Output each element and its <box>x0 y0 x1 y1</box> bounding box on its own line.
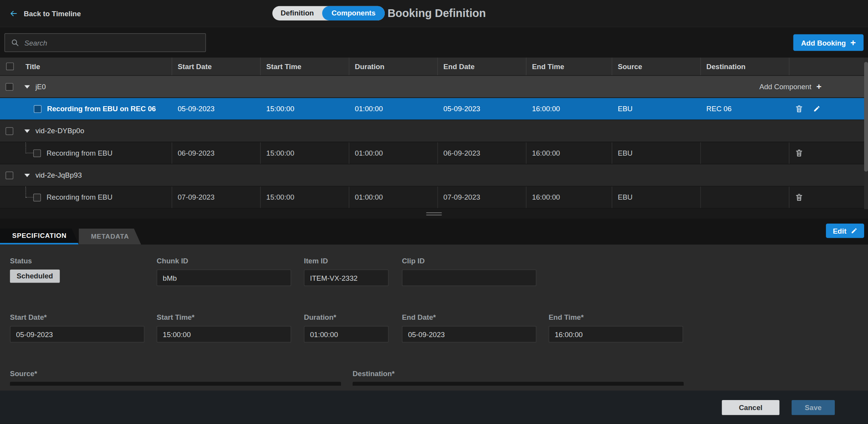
detail-tabs: SPECIFICATION METADATA <box>0 229 141 245</box>
row-checkbox[interactable] <box>33 193 41 201</box>
top-bar: Back to Timeline Definition Components B… <box>0 0 868 27</box>
destination-field[interactable] <box>353 382 684 386</box>
source-label: Source* <box>10 370 37 378</box>
edit-button[interactable]: Edit <box>826 224 864 238</box>
tab-metadata[interactable]: METADATA <box>79 229 141 245</box>
duration-label: Duration* <box>304 313 336 321</box>
cell-destination <box>700 142 789 164</box>
status-label: Status <box>10 257 32 265</box>
add-booking-button[interactable]: Add Booking + <box>793 34 864 51</box>
collapse-caret-icon[interactable] <box>24 173 30 177</box>
end-time-label: End Time* <box>549 313 584 321</box>
start-date-field[interactable] <box>10 326 144 343</box>
table-header: Title Start Date Start Time Duration End… <box>0 58 868 76</box>
add-booking-label: Add Booking <box>801 39 846 47</box>
cell-start-time: 15:00:00 <box>260 98 349 120</box>
cell-end-date: 06-09-2023 <box>437 142 526 164</box>
row-checkbox[interactable] <box>34 105 41 113</box>
back-to-timeline-button[interactable]: Back to Timeline <box>9 0 81 27</box>
cell-end-date: 07-09-2023 <box>437 187 526 208</box>
tab-specification[interactable]: SPECIFICATION <box>0 229 79 245</box>
delete-icon[interactable] <box>795 149 803 157</box>
group-row[interactable]: vid-2e-DYBp0o <box>0 120 868 142</box>
col-title[interactable]: Title <box>20 58 172 75</box>
cell-duration: 01:00:00 <box>349 98 437 120</box>
end-date-field[interactable] <box>402 326 536 343</box>
add-component-button[interactable]: Add Component + <box>759 82 822 91</box>
delete-icon[interactable] <box>795 193 803 201</box>
collapse-caret-icon[interactable] <box>24 85 30 88</box>
col-start-time[interactable]: Start Time <box>260 58 349 75</box>
delete-icon[interactable] <box>795 105 803 113</box>
tree-connector <box>25 187 33 198</box>
group-row[interactable]: vid-2e-JqBp93 <box>0 165 868 187</box>
search-input[interactable] <box>24 39 200 47</box>
search-icon <box>10 38 19 47</box>
cell-source: EBU <box>612 98 700 120</box>
cell-duration: 01:00:00 <box>349 142 437 164</box>
toggle-definition[interactable]: Definition <box>272 6 322 20</box>
end-time-field[interactable] <box>549 326 683 343</box>
col-destination[interactable]: Destination <box>700 58 789 75</box>
detail-panel-tabbar: SPECIFICATION METADATA Edit <box>0 219 868 244</box>
plus-icon: + <box>850 38 856 47</box>
back-label: Back to Timeline <box>24 9 81 17</box>
save-button[interactable]: Save <box>792 400 835 415</box>
group-checkbox[interactable] <box>5 83 13 90</box>
duration-field[interactable] <box>304 326 389 343</box>
col-start-date[interactable]: Start Date <box>172 58 260 75</box>
col-end-date[interactable]: End Date <box>437 58 526 75</box>
group-row[interactable]: jE0 Add Component + <box>0 76 868 98</box>
col-source[interactable]: Source <box>612 58 700 75</box>
destination-label: Destination* <box>353 370 395 378</box>
row-checkbox[interactable] <box>33 149 41 157</box>
cell-start-date: 07-09-2023 <box>172 187 260 208</box>
cell-start-time: 15:00:00 <box>260 187 349 208</box>
select-all-checkbox[interactable] <box>6 63 14 70</box>
cell-start-time: 15:00:00 <box>260 142 349 164</box>
collapse-caret-icon[interactable] <box>24 129 30 133</box>
cell-start-date: 06-09-2023 <box>172 142 260 164</box>
splitter-handle[interactable] <box>426 212 442 215</box>
group-title: vid-2e-JqBp93 <box>36 171 82 179</box>
cell-end-date: 05-09-2023 <box>437 98 526 120</box>
col-end-time[interactable]: End Time <box>526 58 612 75</box>
cancel-button[interactable]: Cancel <box>722 400 780 415</box>
cell-source: EBU <box>612 142 700 164</box>
toggle-components[interactable]: Components <box>322 6 385 20</box>
row-title: Recording from EBU <box>46 149 112 157</box>
cell-duration: 01:00:00 <box>349 187 437 208</box>
view-toggle: Definition Components <box>272 6 385 20</box>
col-duration[interactable]: Duration <box>349 58 437 75</box>
booking-row[interactable]: Recording from EBU 07-09-2023 15:00:00 0… <box>0 187 868 209</box>
item-id-field[interactable] <box>304 270 389 286</box>
scrollbar-thumb[interactable] <box>864 62 868 172</box>
booking-row[interactable]: Recording from EBU on REC 06 05-09-2023 … <box>0 98 868 120</box>
toolbar: Add Booking + <box>0 27 868 58</box>
page-title: Booking Definition <box>387 0 486 27</box>
booking-row[interactable]: Recording from EBU 06-09-2023 15:00:00 0… <box>0 142 868 164</box>
cell-end-time: 16:00:00 <box>526 98 612 120</box>
tree-connector <box>25 142 33 153</box>
cell-end-time: 16:00:00 <box>526 142 612 164</box>
pencil-icon <box>851 227 858 234</box>
clip-id-field[interactable] <box>402 270 536 286</box>
plus-icon: + <box>816 82 821 91</box>
group-checkbox[interactable] <box>5 127 13 135</box>
source-field[interactable] <box>10 382 341 386</box>
cell-destination <box>700 187 789 208</box>
group-checkbox[interactable] <box>5 171 13 179</box>
start-time-field[interactable] <box>157 326 291 343</box>
cell-start-date: 05-09-2023 <box>172 98 260 120</box>
search-box <box>4 33 206 52</box>
edit-row-icon[interactable] <box>813 105 820 112</box>
col-actions <box>789 58 868 75</box>
chunk-id-label: Chunk ID <box>157 257 189 265</box>
panel-splitter <box>0 209 868 219</box>
start-time-label: Start Time* <box>157 313 195 321</box>
chunk-id-field[interactable] <box>157 270 291 286</box>
row-title: Recording from EBU <box>46 193 112 201</box>
clip-id-label: Clip ID <box>402 257 425 265</box>
status-badge: Scheduled <box>10 270 60 283</box>
end-date-label: End Date* <box>402 313 436 321</box>
